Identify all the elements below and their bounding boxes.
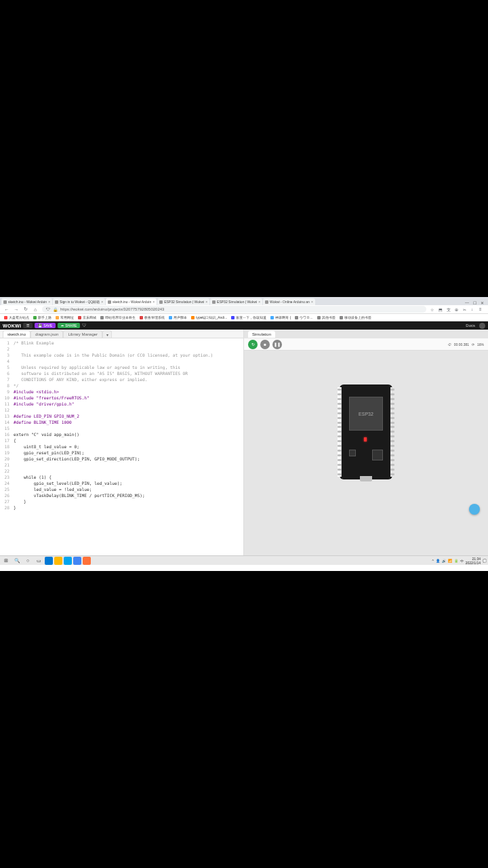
home-button[interactable]: ⌂ xyxy=(33,307,38,312)
browser-tab[interactable]: sketch.ino - Wokwi Arduin× xyxy=(106,298,157,305)
esp32-chip: ESP32 xyxy=(349,397,383,431)
wokwi-logo[interactable]: WOKWI xyxy=(3,323,21,328)
explorer-icon[interactable] xyxy=(54,557,62,565)
app-header: WOKWI ☰ 💾 SAVE ➦ SHARE ♡ Docs xyxy=(0,321,488,330)
browser-tab[interactable]: Sign in to Wokwi - QQ邮箱× xyxy=(53,298,105,305)
share-button[interactable]: ➦ SHARE xyxy=(58,323,80,328)
forward-button[interactable]: → xyxy=(14,307,19,312)
usb-port xyxy=(360,476,372,481)
bookmark-item[interactable]: 哔站培养毕业本科生 xyxy=(100,315,136,319)
editor-panel: sketch.ino diagram.json Library Manager … xyxy=(0,330,244,555)
user-avatar[interactable] xyxy=(479,323,485,329)
minimize-button[interactable]: — xyxy=(465,300,469,305)
tray-chevron-icon[interactable]: ^ xyxy=(432,559,433,563)
file-tabs: sketch.ino diagram.json Library Manager … xyxy=(0,330,243,338)
sim-time: 00:00.381 xyxy=(454,342,469,347)
docs-link[interactable]: Docs xyxy=(466,323,475,328)
simulation-canvas[interactable]: ESP32 xyxy=(244,351,488,555)
simulation-toolbar: ↻ ■ ❚❚ ⏱ 00:00.381 ⟳ 16% xyxy=(244,338,488,351)
notification-icon[interactable]: 💬 xyxy=(483,559,487,563)
cortana-button[interactable]: ○ xyxy=(23,557,33,565)
search-button[interactable]: 🔍 xyxy=(12,557,22,565)
tray-wifi-icon[interactable]: 📶 xyxy=(448,559,452,563)
tab-library-manager[interactable]: Library Manager xyxy=(63,330,102,338)
clock-icon: ⏱ xyxy=(448,342,451,347)
bookmark-item[interactable]: ウワロ... xyxy=(295,315,312,319)
bookmark-item[interactable]: 新手上路 xyxy=(33,315,52,319)
bookmark-item[interactable]: 其他书签 xyxy=(317,315,336,319)
zoom-icon[interactable]: ⊕ xyxy=(455,307,460,312)
code-editor[interactable]: 1234567891011121314151617181920212223242… xyxy=(0,338,243,555)
pause-button[interactable]: ❚❚ xyxy=(272,340,282,349)
window-controls: — ☐ ✕ xyxy=(465,300,488,305)
esp32-board[interactable]: ESP32 xyxy=(340,384,392,479)
browser-tabstrip: sketch.ino - Wokwi Arduin×Sign in to Wok… xyxy=(0,297,488,305)
edge-icon[interactable] xyxy=(45,557,53,565)
app-icon[interactable] xyxy=(64,557,72,565)
url-input[interactable]: 🛡 🔒 https://wokwi.com/arduino/projects/3… xyxy=(42,306,426,313)
chrome-icon[interactable] xyxy=(73,557,81,565)
bookmark-item[interactable]: 用户脚本 xyxy=(169,315,187,319)
menu-icon[interactable]: ☰ xyxy=(23,323,33,328)
lock-icon: 🔒 xyxy=(53,307,58,312)
firefox-icon[interactable] xyxy=(83,557,91,565)
simulation-tab[interactable]: Simulation xyxy=(248,331,275,338)
screenshot-icon[interactable]: ✂ xyxy=(463,307,468,312)
tray-people-icon[interactable]: 👤 xyxy=(436,559,440,563)
browser-tab[interactable]: Wokwi - Online Arduino an× xyxy=(263,298,315,305)
add-component-button[interactable] xyxy=(469,504,480,515)
start-button[interactable]: ⊞ xyxy=(1,557,11,565)
bookmark-item[interactable]: 百度一下，你就知道 xyxy=(231,315,266,319)
restart-button[interactable]: ↻ xyxy=(248,340,258,349)
tray-ime-icon[interactable]: 中 xyxy=(460,559,464,563)
save-button[interactable]: 💾 SAVE xyxy=(35,323,56,328)
sim-performance: 16% xyxy=(477,342,484,347)
board-component xyxy=(349,450,356,456)
close-button[interactable]: ✕ xyxy=(481,300,484,305)
tab-sketch[interactable]: sketch.ino xyxy=(3,330,30,338)
back-button[interactable]: ← xyxy=(4,307,9,312)
maximize-button[interactable]: ☐ xyxy=(473,300,476,305)
perf-icon: ⟳ xyxy=(472,342,474,347)
shield-icon: 🛡 xyxy=(46,307,50,311)
tray-battery-icon[interactable]: 🔋 xyxy=(454,559,458,563)
tab-dropdown[interactable]: ▾ xyxy=(102,330,112,338)
system-clock[interactable]: 21:34 2022/1/14 xyxy=(466,557,481,565)
bookmark-item[interactable]: 常用网址 xyxy=(56,315,74,319)
address-bar: ← → ↻ ⌂ 🛡 🔒 https://wokwi.com/arduino/pr… xyxy=(0,305,488,314)
bookmark-item[interactable]: 大盘有方站点 xyxy=(4,315,29,319)
extension-icon[interactable]: ⬒ xyxy=(439,307,443,312)
windows-taskbar: ⊞ 🔍 ○ ▭ ^ 👤 🔊 📶 🔋 中 21:34 2022/1/14 💬 xyxy=(0,555,488,565)
heart-icon[interactable]: ♡ xyxy=(82,323,86,328)
browser-tab[interactable]: ESP32 Simulation | Wokwi× xyxy=(210,298,262,305)
reload-button[interactable]: ↻ xyxy=(23,307,28,312)
browser-tab[interactable]: ESP32 Simulation | Wokwi× xyxy=(157,298,209,305)
bookmark-item[interactable]: 神器啊哥 { xyxy=(270,315,291,319)
bookmarks-bar: 大盘有方站点新手上路常用网址京东商城哔站培养毕业本科生教务管理系统用户脚本typ… xyxy=(0,314,488,321)
download-icon[interactable]: ↓ xyxy=(471,307,476,312)
stop-button[interactable]: ■ xyxy=(260,340,270,349)
simulation-panel: Simulation ↻ ■ ❚❚ ⏱ 00:00.381 ⟳ 16% ESP3… xyxy=(244,330,488,555)
browser-tab[interactable]: sketch.ino - Wokwi Arduin× xyxy=(1,298,52,305)
bookmark-item[interactable]: type端口知识_Andi... xyxy=(191,315,227,319)
menu-icon[interactable]: ≡ xyxy=(479,307,484,312)
board-component xyxy=(372,450,383,460)
onboard-led xyxy=(364,437,367,441)
tab-diagram[interactable]: diagram.json xyxy=(30,330,63,338)
taskview-button[interactable]: ▭ xyxy=(34,557,43,565)
bookmark-item[interactable]: 京东商城 xyxy=(78,315,96,319)
bookmark-icon[interactable]: ☆ xyxy=(430,307,435,312)
bookmark-item[interactable]: 移动设备上的书签 xyxy=(340,315,371,319)
tray-network-icon[interactable]: 🔊 xyxy=(442,559,446,563)
url-text: https://wokwi.com/arduino/projects/32077… xyxy=(60,307,164,311)
bookmark-item[interactable]: 教务管理系统 xyxy=(140,315,165,319)
translate-icon[interactable]: 文 xyxy=(447,307,451,312)
